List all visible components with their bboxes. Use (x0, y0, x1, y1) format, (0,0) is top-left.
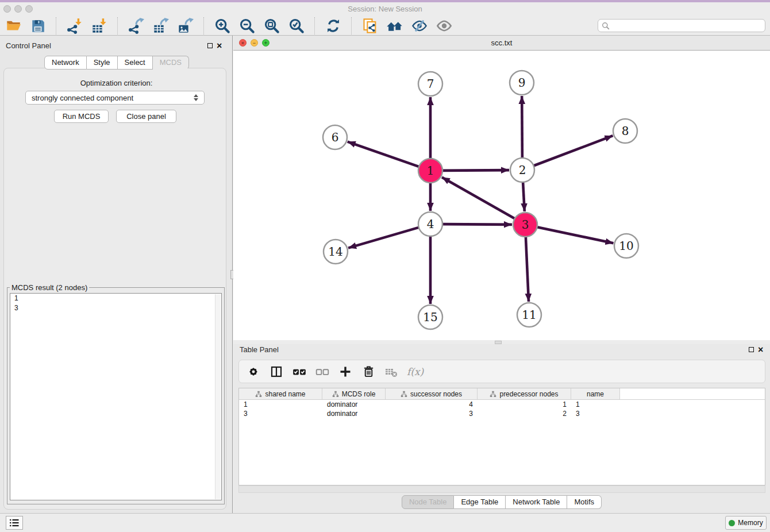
function-builder-button[interactable]: f(x) (407, 364, 424, 379)
search-field[interactable] (598, 19, 765, 32)
table-row[interactable]: 3dominator323 (239, 409, 765, 418)
tab-node-table[interactable]: Node Table (402, 495, 455, 509)
network-from-selection-button[interactable] (361, 17, 379, 34)
close-table-panel-icon[interactable]: × (758, 347, 763, 353)
node-4[interactable]: 4 (418, 212, 442, 236)
table-cell[interactable]: 3 (239, 409, 322, 418)
table-options-button[interactable] (246, 364, 261, 379)
column-header-MCDS-role[interactable]: MCDS role (322, 388, 386, 399)
float-panel-icon[interactable] (207, 43, 213, 48)
table-cell[interactable]: 4 (386, 400, 478, 409)
tab-mcds[interactable]: MCDS (153, 56, 189, 70)
edge-3-10[interactable] (537, 227, 614, 243)
zoom-out-button[interactable] (238, 17, 256, 34)
save-session-button[interactable] (29, 17, 47, 34)
edge-4-3[interactable] (442, 224, 512, 225)
mcds-result-textarea[interactable]: 13 (10, 293, 222, 500)
close-panel-icon[interactable]: × (217, 43, 222, 49)
edge-3-1[interactable] (442, 177, 515, 218)
optimization-criterion-label: Optimization criterion: (0, 79, 233, 87)
apply-layout-button[interactable] (325, 17, 342, 34)
column-header-predecessor-nodes[interactable]: predecessor nodes (478, 388, 571, 399)
export-image-button[interactable] (177, 17, 194, 34)
columns-icon (270, 365, 283, 379)
export-table-button[interactable] (152, 17, 170, 34)
node-1[interactable]: 1 (418, 159, 442, 183)
create-column-button[interactable] (338, 364, 353, 379)
node-11[interactable]: 11 (517, 303, 541, 327)
table-cell[interactable]: 1 (571, 400, 620, 409)
node-8[interactable]: 8 (613, 119, 637, 143)
tab-network[interactable]: Network (44, 56, 87, 70)
edge-3-11[interactable] (526, 237, 529, 302)
table-cell[interactable]: 2 (478, 409, 571, 418)
edge-2-9[interactable] (522, 96, 522, 158)
table-cell[interactable]: 3 (571, 409, 620, 418)
import-table-button[interactable] (91, 17, 108, 34)
export-image-icon (178, 18, 194, 34)
tab-network-table[interactable]: Network Table (506, 495, 567, 509)
deselect-all-columns-button[interactable] (315, 364, 330, 379)
delete-table-button[interactable] (384, 364, 399, 379)
edge-2-3[interactable] (523, 182, 525, 211)
status-bar: Memory (0, 513, 770, 532)
eye-icon (436, 18, 452, 34)
delete-columns-button[interactable] (361, 364, 376, 379)
tab-style[interactable]: Style (87, 56, 118, 70)
column-header-shared-name[interactable]: shared name (239, 388, 322, 399)
zoom-selected-button[interactable] (288, 17, 305, 34)
node-15[interactable]: 15 (418, 305, 442, 329)
column-type-icon (332, 391, 339, 398)
edge-1-6[interactable] (348, 142, 419, 167)
column-header-name[interactable]: name (571, 388, 620, 399)
import-network-button[interactable] (66, 17, 83, 34)
trash-icon (362, 365, 375, 378)
go-home-button[interactable] (386, 17, 403, 34)
network-canvas[interactable]: 7968124314101511 (233, 51, 770, 340)
edge-2-8[interactable] (534, 136, 613, 165)
node-table[interactable]: shared nameMCDS rolesuccessor nodesprede… (238, 388, 765, 485)
column-type-icon (401, 391, 407, 398)
criterion-select[interactable]: strongly connected component (25, 91, 205, 105)
result-scrollbar[interactable] (215, 294, 221, 499)
node-6[interactable]: 6 (323, 125, 347, 149)
search-input[interactable] (612, 21, 761, 30)
tab-select[interactable]: Select (118, 56, 153, 70)
edge-1-2[interactable] (442, 170, 509, 171)
node-7[interactable]: 7 (418, 72, 442, 96)
table-cell[interactable]: 1 (239, 400, 322, 409)
svg-text:11: 11 (522, 308, 536, 322)
zoom-fit-button[interactable] (263, 17, 280, 34)
show-task-history-button[interactable] (6, 516, 23, 530)
node-9[interactable]: 9 (510, 71, 534, 95)
edge-4-14[interactable] (348, 228, 419, 248)
export-network-button[interactable] (128, 17, 145, 34)
table-cell[interactable]: dominator (322, 409, 386, 418)
table-cell[interactable]: 1 (478, 400, 571, 409)
column-type-icon (255, 391, 262, 398)
horizontal-splitter[interactable] (233, 340, 770, 344)
close-panel-button[interactable]: Close panel (116, 110, 176, 123)
table-row[interactable]: 1dominator411 (239, 400, 765, 409)
select-all-columns-button[interactable] (292, 364, 307, 379)
node-3[interactable]: 3 (513, 213, 537, 237)
table-horizontal-scrollbar[interactable] (238, 485, 765, 493)
show-columns-button[interactable] (269, 364, 284, 379)
column-header-successor-nodes[interactable]: successor nodes (386, 388, 478, 399)
select-stepper-icon (194, 94, 198, 101)
node-14[interactable]: 14 (324, 240, 348, 264)
tab-edge-table[interactable]: Edge Table (454, 495, 506, 509)
hide-graphics-details-button[interactable] (411, 17, 428, 34)
table-cell[interactable]: 3 (386, 409, 478, 418)
run-mcds-button[interactable]: Run MCDS (54, 110, 109, 123)
node-10[interactable]: 10 (614, 234, 638, 258)
node-2[interactable]: 2 (510, 158, 534, 182)
tab-motifs[interactable]: Motifs (567, 495, 602, 509)
float-table-panel-icon[interactable] (749, 347, 754, 352)
zoom-in-button[interactable] (214, 17, 231, 34)
open-session-button[interactable] (5, 17, 22, 34)
memory-button[interactable]: Memory (725, 516, 767, 530)
table-cell[interactable]: dominator (322, 400, 386, 409)
show-graphics-details-button[interactable] (436, 17, 453, 34)
zoom-fit-icon (264, 18, 280, 34)
